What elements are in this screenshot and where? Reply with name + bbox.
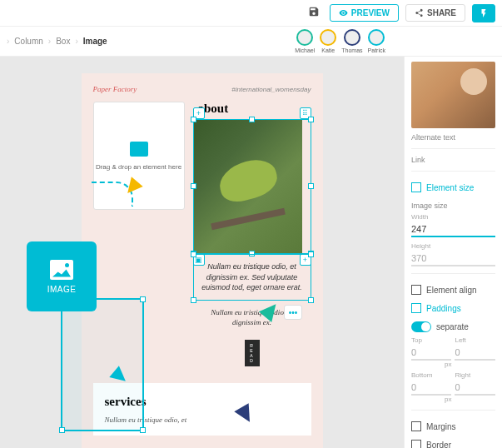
link-label: Link: [411, 156, 495, 164]
preview-button[interactable]: PREVIEW: [330, 4, 399, 22]
margins-row[interactable]: Margins: [411, 417, 495, 436]
height-label: Height: [411, 242, 495, 250]
collaborator[interactable]: Thomas: [341, 29, 362, 53]
top-toolbar: PREVIEW SHARE: [0, 0, 502, 27]
resize-handle[interactable]: [191, 117, 196, 122]
dragging-image-widget[interactable]: IMAGE: [27, 241, 97, 311]
resize-handle[interactable]: [191, 183, 196, 189]
resize-handle[interactable]: [59, 427, 65, 433]
share-button[interactable]: SHARE: [405, 4, 465, 22]
breadcrumb: › Column › Box › Image: [7, 37, 107, 46]
element-size-row[interactable]: Element size: [411, 178, 495, 197]
save-icon: [308, 6, 320, 17]
image-icon: [130, 142, 148, 157]
margins-icon: [411, 421, 421, 431]
image-widget-label: IMAGE: [47, 285, 77, 294]
resize-handle[interactable]: [140, 427, 146, 433]
border-row[interactable]: Border: [411, 436, 495, 448]
collaborator[interactable]: Michael: [295, 29, 315, 53]
pad-right-input[interactable]: [455, 381, 495, 396]
border-icon: [411, 440, 421, 448]
selected-image-block[interactable]: + ⠿ ▣ +: [193, 119, 311, 254]
resize-handle[interactable]: [308, 117, 314, 122]
collaborator-list: Michael Katie Thomas Patrick: [295, 29, 385, 53]
eye-icon: [339, 8, 348, 17]
avatar: [320, 29, 336, 46]
alt-text-label: Alternate text: [411, 133, 495, 142]
separate-toggle-row[interactable]: separate: [411, 317, 495, 336]
logo: Paper Factory: [93, 85, 137, 93]
bolt-icon: [479, 8, 489, 18]
image-icon: [50, 260, 73, 280]
chevron-right-icon: ›: [75, 37, 77, 46]
dropzone[interactable]: Drag & drop an element here: [93, 102, 185, 210]
preview-thumbnail[interactable]: [411, 62, 495, 128]
width-input[interactable]: [411, 222, 495, 237]
chevron-right-icon: ›: [48, 37, 51, 46]
more-options-button[interactable]: •••: [284, 305, 302, 320]
avatar: [344, 29, 360, 46]
divider: [411, 273, 495, 274]
padding-icon: [411, 303, 421, 313]
text-block[interactable]: Nullam eu tristique odio, et dignissim e…: [193, 254, 311, 301]
size-icon: [411, 182, 421, 192]
primary-action-button[interactable]: [472, 4, 495, 22]
dropzone-text: Drag & drop an element here: [96, 163, 181, 171]
avatar: [296, 29, 313, 46]
image-size-label: Image size: [411, 202, 495, 210]
resize-handle[interactable]: [140, 296, 146, 302]
hashtag: #international_womensday: [231, 86, 311, 93]
width-label: Width: [411, 213, 495, 221]
preview-label: PREVIEW: [351, 8, 390, 17]
pad-bottom-input[interactable]: [411, 381, 451, 396]
read-button[interactable]: READ: [245, 340, 260, 366]
separate-toggle[interactable]: [411, 321, 431, 332]
height-input[interactable]: [411, 251, 495, 266]
align-icon: [411, 285, 421, 295]
share-label: SHARE: [427, 8, 456, 17]
divider: [411, 171, 495, 172]
sub-toolbar: › Column › Box › Image Michael Katie Tho…: [0, 27, 502, 57]
resize-handle[interactable]: [249, 117, 255, 122]
breadcrumb-item[interactable]: Column: [14, 37, 42, 46]
paddings-row[interactable]: Paddings: [411, 299, 495, 317]
divider: [411, 410, 495, 411]
element-align-row[interactable]: Element align: [411, 281, 495, 299]
properties-sidebar: Alternate text Link Element size Image s…: [404, 57, 502, 448]
avatar: [368, 29, 385, 46]
divider: [411, 148, 495, 149]
about-heading[interactable]: about: [198, 102, 311, 116]
chameleon-image[interactable]: [194, 120, 302, 253]
resize-handle[interactable]: [308, 251, 314, 257]
breadcrumb-item[interactable]: Box: [56, 37, 70, 46]
pad-left-input[interactable]: [455, 346, 495, 361]
breadcrumb-item[interactable]: Image: [83, 37, 107, 46]
resize-handle[interactable]: [308, 183, 314, 189]
collaborator[interactable]: Patrick: [368, 29, 385, 53]
save-button[interactable]: [305, 2, 323, 23]
collaborator[interactable]: Katie: [320, 29, 336, 53]
pad-top-input[interactable]: [411, 346, 451, 361]
chevron-right-icon: ›: [7, 37, 9, 46]
resize-handle[interactable]: [308, 297, 314, 303]
drop-target-outline[interactable]: [61, 298, 144, 431]
resize-handle[interactable]: [191, 297, 196, 303]
share-icon: [415, 8, 424, 17]
resize-handle[interactable]: [191, 251, 196, 257]
